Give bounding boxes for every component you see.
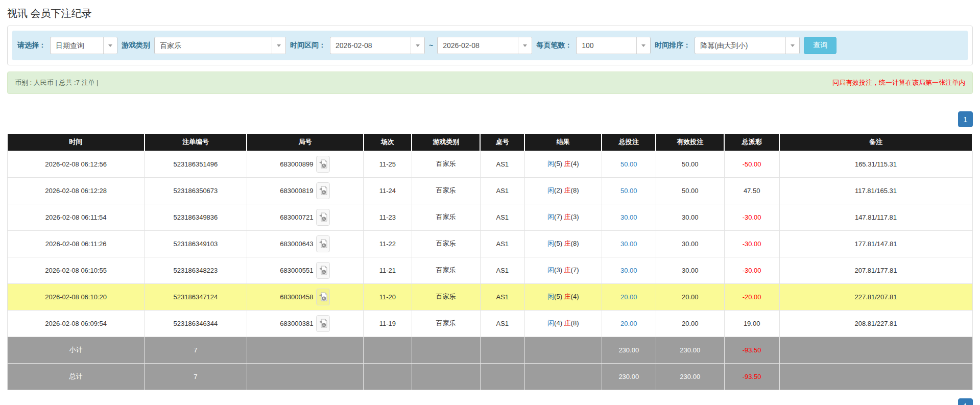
cell-payout: -30.00 bbox=[724, 257, 779, 283]
video-replay-icon[interactable] bbox=[316, 315, 330, 332]
select-type-label: 请选择： bbox=[17, 41, 46, 50]
column-header-3: 场次 bbox=[364, 134, 412, 151]
table-row: 2026-02-08 06:12:56 523186351496 6830008… bbox=[8, 151, 973, 177]
table-row: 2026-02-08 06:10:20 523186347124 6830004… bbox=[8, 283, 973, 310]
video-replay-icon[interactable] bbox=[316, 156, 330, 173]
cell-result: 闲(7) 庄(3) bbox=[524, 204, 602, 230]
banker-result: 庄 bbox=[564, 213, 571, 221]
chevron-down-icon[interactable] bbox=[103, 37, 117, 54]
video-replay-icon[interactable] bbox=[316, 235, 330, 252]
page-1-button[interactable]: 1 bbox=[958, 111, 973, 127]
video-replay-icon[interactable] bbox=[316, 289, 330, 305]
video-file-glyph bbox=[319, 212, 327, 222]
video-replay-icon[interactable] bbox=[316, 209, 330, 226]
page-1-button[interactable]: 1 bbox=[958, 398, 973, 405]
player-result: 闲 bbox=[547, 240, 554, 247]
cell-remark: 227.81/207.81 bbox=[779, 283, 972, 310]
date-to-picker[interactable]: 2026-02-08 bbox=[437, 37, 532, 54]
cell-game-type: 百家乐 bbox=[412, 204, 480, 230]
cell-payout: 47.50 bbox=[724, 177, 779, 204]
summary-bar: 币别 : 人民币 | 总共 :7 注单 | 同局有效投注，统一计算在该局第一张注… bbox=[7, 72, 973, 94]
banker-result: 庄 bbox=[564, 319, 571, 327]
cell-table-no: AS1 bbox=[480, 230, 524, 257]
total-bet-link[interactable]: 30.00 bbox=[620, 267, 637, 274]
time-range-label: 时间区间： bbox=[290, 41, 326, 50]
filter-panel: 请选择： 日期查询 游戏类别 百家乐 时间区间： 2026-02-08 ~ 20… bbox=[7, 26, 973, 65]
cell-round-id: 683000819 bbox=[247, 177, 364, 204]
chevron-down-icon[interactable] bbox=[411, 37, 424, 54]
cell-round-id: 683000458 bbox=[247, 283, 364, 310]
game-type-dropdown[interactable]: 百家乐 bbox=[154, 37, 286, 54]
cell-game-type: 百家乐 bbox=[412, 257, 480, 283]
cell-game-type: 百家乐 bbox=[412, 310, 480, 337]
cell-result: 闲(3) 庄(7) bbox=[524, 257, 602, 283]
banker-result: 庄 bbox=[564, 240, 571, 247]
chevron-down-icon[interactable] bbox=[518, 37, 532, 54]
cell-session: 11-22 bbox=[364, 230, 412, 257]
cell-bet-id: 523186346344 bbox=[145, 310, 247, 337]
video-file-glyph bbox=[319, 292, 327, 302]
table-row: 2026-02-08 06:10:55 523186348223 6830005… bbox=[8, 257, 973, 283]
totals-label: 小计 bbox=[8, 337, 145, 363]
video-file-glyph bbox=[319, 186, 327, 196]
date-from-picker[interactable]: 2026-02-08 bbox=[330, 37, 425, 54]
cell-table-no: AS1 bbox=[480, 310, 524, 337]
column-header-4: 游戏类别 bbox=[412, 134, 480, 151]
banker-result: 庄 bbox=[564, 293, 571, 300]
date-to-value: 2026-02-08 bbox=[438, 37, 518, 54]
date-range-separator: ~ bbox=[429, 41, 433, 50]
valid-bet-notice: 同局有效投注，统一计算在该局第一张注单内 bbox=[832, 78, 965, 87]
player-result: 闲 bbox=[547, 293, 554, 300]
cell-round-id: 683000643 bbox=[247, 230, 364, 257]
column-header-7: 总投注 bbox=[602, 134, 656, 151]
page-content: 视讯 会员下注纪录 请选择： 日期查询 游戏类别 百家乐 时间区间： 2026-… bbox=[0, 7, 980, 405]
total-bet-link[interactable]: 20.00 bbox=[620, 293, 637, 301]
query-type-value: 日期查询 bbox=[51, 37, 103, 54]
cell-session: 11-19 bbox=[364, 310, 412, 337]
column-header-6: 结果 bbox=[524, 134, 602, 151]
total-bet-link[interactable]: 20.00 bbox=[620, 320, 637, 327]
cell-game-type: 百家乐 bbox=[412, 177, 480, 204]
chevron-down-icon[interactable] bbox=[785, 37, 799, 54]
game-type-value: 百家乐 bbox=[155, 37, 272, 54]
total-bet-link[interactable]: 50.00 bbox=[620, 160, 637, 168]
time-sort-dropdown[interactable]: 降冪(由大到小) bbox=[695, 37, 800, 54]
cell-bet-id: 523186348223 bbox=[145, 257, 247, 283]
search-button[interactable]: 查询 bbox=[804, 37, 836, 54]
cell-session: 11-24 bbox=[364, 177, 412, 204]
chevron-down-icon[interactable] bbox=[636, 37, 650, 54]
video-replay-icon[interactable] bbox=[316, 182, 330, 199]
column-header-10: 备注 bbox=[779, 134, 972, 151]
query-type-dropdown[interactable]: 日期查询 bbox=[50, 37, 117, 54]
total-bet-link[interactable]: 50.00 bbox=[620, 187, 637, 195]
column-header-5: 桌号 bbox=[480, 134, 524, 151]
cell-valid-bet: 30.00 bbox=[656, 230, 724, 257]
totals-valid-bet: 230.00 bbox=[656, 363, 724, 390]
cell-result: 闲(4) 庄(8) bbox=[524, 310, 602, 337]
total-bet-link[interactable]: 30.00 bbox=[620, 213, 637, 221]
cell-remark: 207.81/177.81 bbox=[779, 257, 972, 283]
cell-remark: 117.81/165.31 bbox=[779, 177, 972, 204]
cell-session: 11-21 bbox=[364, 257, 412, 283]
table-row: 2026-02-08 06:11:54 523186349836 6830007… bbox=[8, 204, 973, 230]
cell-time: 2026-02-08 06:11:54 bbox=[8, 204, 145, 230]
cell-time: 2026-02-08 06:10:55 bbox=[8, 257, 145, 283]
bet-records-table: 时间注单编号局号场次游戏类别桌号结果总投注有效投注总派彩备注 2026-02-0… bbox=[7, 134, 973, 390]
totals-total-bet: 230.00 bbox=[602, 337, 656, 363]
video-replay-icon[interactable] bbox=[316, 262, 330, 279]
total-bet-link[interactable]: 30.00 bbox=[620, 240, 637, 248]
cell-session: 11-20 bbox=[364, 283, 412, 310]
cell-valid-bet: 30.00 bbox=[656, 204, 724, 230]
table-row: 2026-02-08 06:09:54 523186346344 6830003… bbox=[8, 310, 973, 337]
page-size-dropdown[interactable]: 100 bbox=[576, 37, 651, 54]
cell-bet-id: 523186349103 bbox=[145, 230, 247, 257]
cell-total-bet: 50.00 bbox=[602, 151, 656, 177]
chevron-down-icon[interactable] bbox=[272, 37, 285, 54]
cell-total-bet: 20.00 bbox=[602, 283, 656, 310]
page-title: 视讯 会员下注纪录 bbox=[7, 7, 973, 20]
cell-result: 闲(5) 庄(4) bbox=[524, 283, 602, 310]
video-file-glyph bbox=[319, 239, 327, 249]
cell-payout: -30.00 bbox=[724, 204, 779, 230]
player-result: 闲 bbox=[547, 186, 554, 194]
cell-time: 2026-02-08 06:09:54 bbox=[8, 310, 145, 337]
